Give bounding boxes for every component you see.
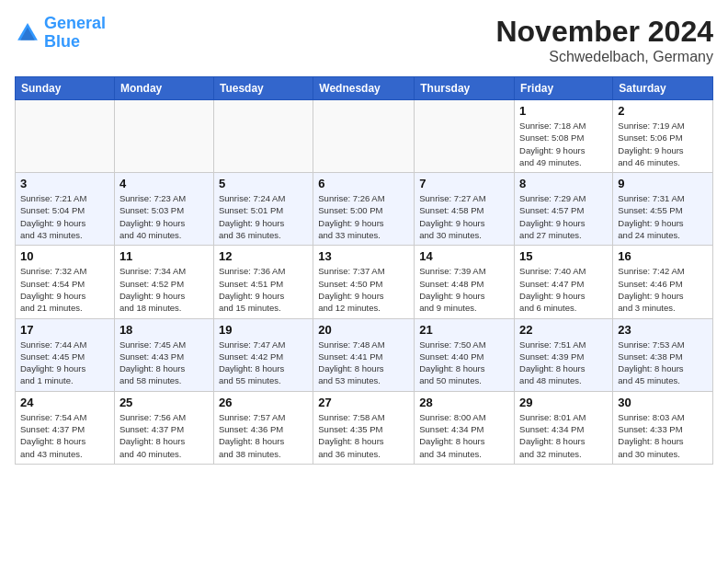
- day-number: 24: [20, 396, 109, 409]
- calendar-week-row: 3Sunrise: 7:21 AM Sunset: 5:04 PM Daylig…: [16, 173, 713, 246]
- calendar-cell: 12Sunrise: 7:36 AM Sunset: 4:51 PM Dayli…: [213, 246, 313, 318]
- day-number: 21: [419, 323, 509, 337]
- day-number: 22: [519, 323, 608, 337]
- calendar: SundayMondayTuesdayWednesdayThursdayFrid…: [15, 76, 713, 465]
- calendar-cell: [313, 100, 415, 173]
- day-number: 18: [119, 323, 209, 337]
- day-number: 25: [119, 396, 209, 409]
- calendar-week-row: 24Sunrise: 7:54 AM Sunset: 4:37 PM Dayli…: [16, 391, 713, 464]
- day-info: Sunrise: 7:31 AM Sunset: 4:55 PM Dayligh…: [618, 192, 708, 241]
- day-info: Sunrise: 7:57 AM Sunset: 4:36 PM Dayligh…: [219, 411, 308, 460]
- weekday-header: Monday: [114, 77, 213, 100]
- day-number: 8: [519, 177, 608, 190]
- weekday-header-row: SundayMondayTuesdayWednesdayThursdayFrid…: [16, 77, 713, 100]
- day-info: Sunrise: 7:44 AM Sunset: 4:45 PM Dayligh…: [20, 339, 109, 387]
- logo-icon: [15, 20, 40, 46]
- day-number: 30: [618, 396, 708, 409]
- day-info: Sunrise: 7:54 AM Sunset: 4:37 PM Dayligh…: [20, 411, 109, 460]
- day-number: 16: [618, 249, 708, 263]
- calendar-week-row: 10Sunrise: 7:32 AM Sunset: 4:54 PM Dayli…: [16, 246, 713, 318]
- day-info: Sunrise: 7:21 AM Sunset: 5:04 PM Dayligh…: [20, 192, 109, 241]
- weekday-header: Friday: [515, 77, 613, 100]
- day-info: Sunrise: 7:36 AM Sunset: 4:51 PM Dayligh…: [219, 265, 308, 314]
- day-number: 13: [318, 249, 409, 263]
- calendar-cell: 9Sunrise: 7:31 AM Sunset: 4:55 PM Daylig…: [613, 173, 713, 246]
- day-number: 2: [618, 104, 708, 118]
- calendar-cell: 30Sunrise: 8:03 AM Sunset: 4:33 PM Dayli…: [613, 391, 713, 464]
- day-number: 12: [219, 249, 308, 263]
- day-info: Sunrise: 7:58 AM Sunset: 4:35 PM Dayligh…: [318, 411, 409, 460]
- calendar-cell: 13Sunrise: 7:37 AM Sunset: 4:50 PM Dayli…: [313, 246, 415, 318]
- calendar-cell: 27Sunrise: 7:58 AM Sunset: 4:35 PM Dayli…: [313, 391, 415, 464]
- calendar-cell: 11Sunrise: 7:34 AM Sunset: 4:52 PM Dayli…: [114, 246, 213, 318]
- calendar-cell: 10Sunrise: 7:32 AM Sunset: 4:54 PM Dayli…: [16, 246, 115, 318]
- day-number: 27: [318, 396, 409, 409]
- day-number: 14: [419, 249, 509, 263]
- calendar-cell: [415, 100, 515, 173]
- day-number: 19: [219, 323, 308, 337]
- day-number: 4: [119, 177, 209, 190]
- calendar-cell: 28Sunrise: 8:00 AM Sunset: 4:34 PM Dayli…: [415, 391, 515, 464]
- day-info: Sunrise: 7:18 AM Sunset: 5:08 PM Dayligh…: [519, 120, 608, 168]
- calendar-cell: 18Sunrise: 7:45 AM Sunset: 4:43 PM Dayli…: [114, 318, 213, 391]
- calendar-cell: 3Sunrise: 7:21 AM Sunset: 5:04 PM Daylig…: [16, 173, 115, 246]
- day-info: Sunrise: 7:40 AM Sunset: 4:47 PM Dayligh…: [519, 265, 608, 314]
- day-info: Sunrise: 7:45 AM Sunset: 4:43 PM Dayligh…: [119, 339, 209, 387]
- calendar-cell: 24Sunrise: 7:54 AM Sunset: 4:37 PM Dayli…: [16, 391, 115, 464]
- weekday-header: Sunday: [16, 77, 115, 100]
- calendar-cell: 1Sunrise: 7:18 AM Sunset: 5:08 PM Daylig…: [515, 100, 613, 173]
- calendar-cell: 6Sunrise: 7:26 AM Sunset: 5:00 PM Daylig…: [313, 173, 415, 246]
- day-number: 15: [519, 249, 608, 263]
- day-number: 1: [519, 104, 608, 118]
- calendar-cell: 17Sunrise: 7:44 AM Sunset: 4:45 PM Dayli…: [16, 318, 115, 391]
- day-info: Sunrise: 7:39 AM Sunset: 4:48 PM Dayligh…: [419, 265, 509, 314]
- day-info: Sunrise: 7:37 AM Sunset: 4:50 PM Dayligh…: [318, 265, 409, 314]
- title-block: November 2024 Schwedelbach, Germany: [495, 15, 713, 65]
- day-info: Sunrise: 7:34 AM Sunset: 4:52 PM Dayligh…: [119, 265, 209, 314]
- day-number: 29: [519, 396, 608, 409]
- day-info: Sunrise: 7:47 AM Sunset: 4:42 PM Dayligh…: [219, 339, 308, 387]
- day-info: Sunrise: 7:27 AM Sunset: 4:58 PM Dayligh…: [419, 192, 509, 241]
- calendar-cell: 2Sunrise: 7:19 AM Sunset: 5:06 PM Daylig…: [613, 100, 713, 173]
- weekday-header: Saturday: [613, 77, 713, 100]
- calendar-header: SundayMondayTuesdayWednesdayThursdayFrid…: [16, 77, 713, 100]
- day-info: Sunrise: 7:48 AM Sunset: 4:41 PM Dayligh…: [318, 339, 409, 387]
- day-number: 28: [419, 396, 509, 409]
- day-info: Sunrise: 7:29 AM Sunset: 4:57 PM Dayligh…: [519, 192, 608, 241]
- calendar-cell: [213, 100, 313, 173]
- calendar-cell: 26Sunrise: 7:57 AM Sunset: 4:36 PM Dayli…: [213, 391, 313, 464]
- day-info: Sunrise: 7:51 AM Sunset: 4:39 PM Dayligh…: [519, 339, 608, 387]
- logo-text: General Blue: [44, 15, 106, 52]
- day-info: Sunrise: 7:32 AM Sunset: 4:54 PM Dayligh…: [20, 265, 109, 314]
- calendar-cell: 19Sunrise: 7:47 AM Sunset: 4:42 PM Dayli…: [213, 318, 313, 391]
- day-info: Sunrise: 8:03 AM Sunset: 4:33 PM Dayligh…: [618, 411, 708, 460]
- day-number: 7: [419, 177, 509, 190]
- day-number: 26: [219, 396, 308, 409]
- logo: General Blue: [15, 15, 106, 52]
- day-info: Sunrise: 7:42 AM Sunset: 4:46 PM Dayligh…: [618, 265, 708, 314]
- day-info: Sunrise: 7:50 AM Sunset: 4:40 PM Dayligh…: [419, 339, 509, 387]
- calendar-cell: 29Sunrise: 8:01 AM Sunset: 4:34 PM Dayli…: [515, 391, 613, 464]
- logo-line2: Blue: [44, 32, 80, 51]
- page-header: General Blue November 2024 Schwedelbach,…: [15, 15, 713, 65]
- day-info: Sunrise: 7:23 AM Sunset: 5:03 PM Dayligh…: [119, 192, 209, 241]
- day-info: Sunrise: 7:19 AM Sunset: 5:06 PM Dayligh…: [618, 120, 708, 168]
- weekday-header: Wednesday: [313, 77, 415, 100]
- day-info: Sunrise: 8:01 AM Sunset: 4:34 PM Dayligh…: [519, 411, 608, 460]
- weekday-header: Thursday: [415, 77, 515, 100]
- day-number: 17: [20, 323, 109, 337]
- calendar-week-row: 1Sunrise: 7:18 AM Sunset: 5:08 PM Daylig…: [16, 100, 713, 173]
- day-number: 20: [318, 323, 409, 337]
- day-number: 3: [20, 177, 109, 190]
- day-number: 5: [219, 177, 308, 190]
- day-info: Sunrise: 7:53 AM Sunset: 4:38 PM Dayligh…: [618, 339, 708, 387]
- calendar-cell: 14Sunrise: 7:39 AM Sunset: 4:48 PM Dayli…: [415, 246, 515, 318]
- calendar-cell: 23Sunrise: 7:53 AM Sunset: 4:38 PM Dayli…: [613, 318, 713, 391]
- calendar-cell: 8Sunrise: 7:29 AM Sunset: 4:57 PM Daylig…: [515, 173, 613, 246]
- calendar-body: 1Sunrise: 7:18 AM Sunset: 5:08 PM Daylig…: [16, 100, 713, 465]
- day-number: 10: [20, 249, 109, 263]
- day-info: Sunrise: 8:00 AM Sunset: 4:34 PM Dayligh…: [419, 411, 509, 460]
- day-number: 9: [618, 177, 708, 190]
- day-number: 6: [318, 177, 409, 190]
- calendar-cell: 7Sunrise: 7:27 AM Sunset: 4:58 PM Daylig…: [415, 173, 515, 246]
